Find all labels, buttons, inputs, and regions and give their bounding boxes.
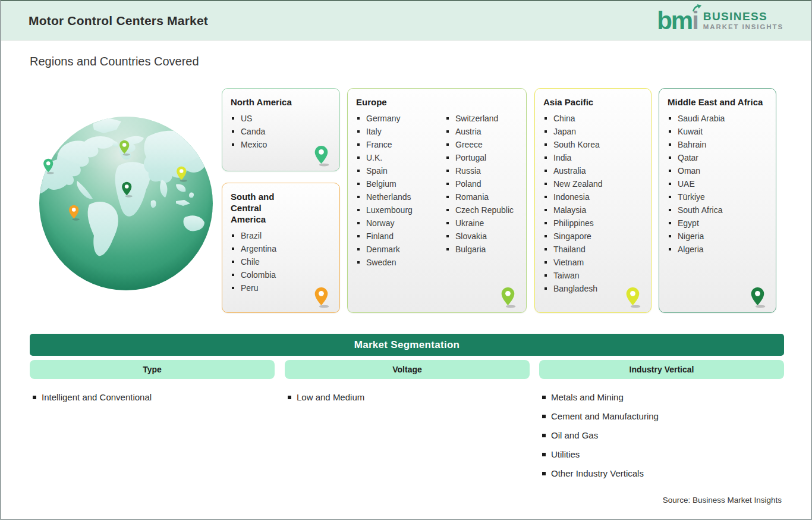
country-list: GermanyItalyFranceU.K.SpainBelgiumNether… xyxy=(356,112,445,269)
country-item: Finland xyxy=(356,230,445,243)
country-columns: ChinaJapanSouth KoreaIndiaAustraliaNew Z… xyxy=(543,112,644,295)
country-item: Vietnam xyxy=(543,256,603,269)
country-item: Bahrain xyxy=(668,138,725,151)
country-item: France xyxy=(356,138,445,151)
segment-items: Intelligent and Conventional xyxy=(30,392,275,402)
country-item: Ukraine xyxy=(445,217,514,230)
logo-line2: MARKET INSIGHTS xyxy=(703,24,783,31)
segment-item: Low and Medium xyxy=(288,392,530,402)
country-item: India xyxy=(543,151,603,164)
segment-item-label: Oil and Gas xyxy=(551,430,598,440)
segment-column-voltage: Voltage Low and Medium xyxy=(285,360,530,411)
country-item: UAE xyxy=(668,177,725,190)
segment-items: Metals and MiningCement and Manufacturin… xyxy=(539,392,784,478)
segment-item: Intelligent and Conventional xyxy=(33,392,275,402)
country-item: U.K. xyxy=(356,151,445,164)
country-item: Algeria xyxy=(668,243,725,256)
country-item: Philippines xyxy=(543,217,603,230)
square-bullet-icon xyxy=(542,453,546,456)
segment-item: Cement and Manufacturing xyxy=(542,411,784,421)
map-pin-icon xyxy=(501,287,517,308)
country-item: Mexico xyxy=(231,138,267,151)
segment-item-label: Utilities xyxy=(551,449,580,459)
region-title: North America xyxy=(231,96,332,108)
bmi-logo: bmi BUSINESS MARKET INSIGHTS xyxy=(657,10,783,32)
country-item: Taiwan xyxy=(543,269,603,282)
square-bullet-icon xyxy=(542,434,546,437)
header-bar: Motor Control Centers Market bmi BUSINES… xyxy=(1,1,811,40)
globe-pin-north-america xyxy=(43,158,55,177)
region-card-north-america: North America USCandaMexico xyxy=(222,88,340,171)
globe-pin-south-america xyxy=(68,205,80,223)
segment-header: Industry Vertical xyxy=(539,360,784,379)
country-item: Saudi Arabia xyxy=(668,112,725,125)
country-item: Czech Republic xyxy=(445,203,514,217)
square-bullet-icon xyxy=(542,472,546,475)
country-item: Qatar xyxy=(668,151,725,164)
country-item: US xyxy=(231,112,267,125)
logo-mark-bm: bm xyxy=(657,7,692,35)
region-title: Middle East and Africa xyxy=(668,96,769,108)
country-list: Saudi ArabiaKuwaitBahrainQatarOmanUAETür… xyxy=(668,112,725,256)
globe-pin-europe xyxy=(119,140,131,158)
segment-column-type: Type Intelligent and Conventional xyxy=(30,360,275,411)
region-title: South and Central America xyxy=(231,191,297,225)
country-item: Oman xyxy=(668,164,725,177)
segment-items: Low and Medium xyxy=(285,392,530,402)
segment-column-industry-vertical: Industry Vertical Metals and MiningCemen… xyxy=(539,360,784,487)
map-pin-icon xyxy=(625,287,641,308)
segment-header: Type xyxy=(30,360,275,379)
region-card-middle-east-africa: Middle East and Africa Saudi ArabiaKuwai… xyxy=(659,88,776,313)
bmi-logo-mark: bmi xyxy=(657,10,698,32)
country-list: ChinaJapanSouth KoreaIndiaAustraliaNew Z… xyxy=(543,112,603,295)
map-pin-icon xyxy=(750,287,766,308)
square-bullet-icon xyxy=(288,396,291,399)
country-columns: BrazilArgentinaChileColombiaPeru xyxy=(231,229,332,295)
square-bullet-icon xyxy=(542,396,546,399)
country-item: Bangladesh xyxy=(543,282,603,295)
country-list: BrazilArgentinaChileColombiaPeru xyxy=(231,229,276,295)
country-item: Belgium xyxy=(356,177,445,190)
page-title: Motor Control Centers Market xyxy=(29,14,208,28)
country-item: Italy xyxy=(356,125,445,138)
segment-item-label: Cement and Manufacturing xyxy=(551,411,659,421)
segment-item-label: Other Industry Verticals xyxy=(551,468,644,478)
country-item: Chile xyxy=(231,255,276,268)
country-item: New Zealand xyxy=(543,177,603,190)
country-item: South Korea xyxy=(543,138,603,151)
region-card-asia-pacific: Asia Pacific ChinaJapanSouth KoreaIndiaA… xyxy=(534,88,652,313)
country-item: Romania xyxy=(445,190,514,203)
country-item: Switzerland xyxy=(445,112,514,125)
section-title: Regions and Countries Covered xyxy=(30,55,199,68)
country-item: Greece xyxy=(445,138,514,151)
country-item: Argentina xyxy=(231,242,276,255)
country-item: Thailand xyxy=(543,243,603,256)
logo-line1: BUSINESS xyxy=(703,11,783,22)
globe-pin-middle-east xyxy=(121,181,133,200)
country-item: Malaysia xyxy=(543,203,603,217)
country-item: Poland xyxy=(445,177,514,190)
square-bullet-icon xyxy=(33,396,36,399)
country-item: Japan xyxy=(543,125,603,138)
source-note: Source: Business Market Insights xyxy=(663,496,782,505)
segment-item: Metals and Mining xyxy=(542,392,784,402)
country-item: Nigeria xyxy=(668,230,725,243)
country-item: Sweden xyxy=(356,256,445,269)
infographic-page: Motor Control Centers Market bmi BUSINES… xyxy=(0,0,812,520)
country-item: Canda xyxy=(231,125,267,138)
world-map xyxy=(26,104,226,303)
growth-arrow-icon xyxy=(693,4,702,12)
country-item: Bulgaria xyxy=(445,243,514,256)
country-list: SwitzerlandAustriaGreecePortugalRussiaPo… xyxy=(445,112,514,269)
segment-item-label: Metals and Mining xyxy=(551,392,624,402)
segment-item: Oil and Gas xyxy=(542,430,784,440)
map-pin-icon xyxy=(314,287,330,308)
country-item: China xyxy=(543,112,603,125)
globe-pin-asia-pacific xyxy=(176,166,188,184)
region-title: Europe xyxy=(356,96,519,108)
country-item: Netherlands xyxy=(356,190,445,203)
country-columns: Saudi ArabiaKuwaitBahrainQatarOmanUAETür… xyxy=(668,112,769,256)
country-item: Slovakia xyxy=(445,230,514,243)
map-pin-icon xyxy=(314,145,330,167)
segment-item: Other Industry Verticals xyxy=(542,468,784,478)
